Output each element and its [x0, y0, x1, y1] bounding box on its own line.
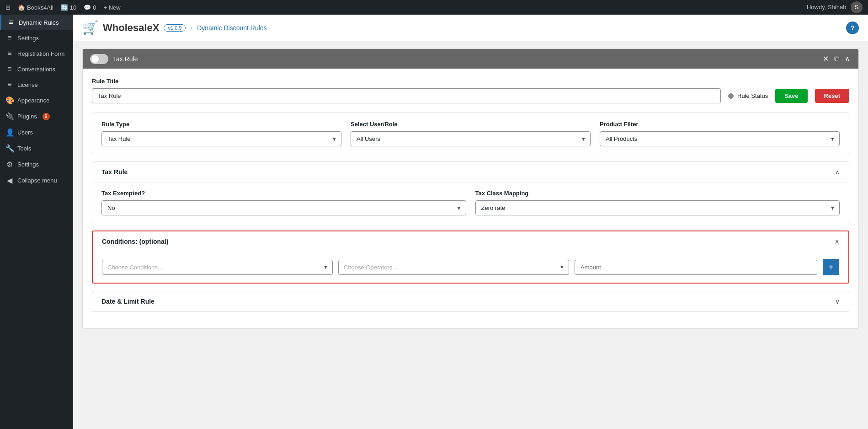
tax-class-label: Tax Class Mapping: [475, 190, 840, 197]
sidebar-item-tools[interactable]: 🔧 Tools: [0, 140, 73, 156]
admin-bar: ⊞ 🏠 Books4All 🔄 10 💬 0 + New Howdy, Shih…: [0, 0, 868, 15]
rule-card: Tax Rule ✕ ⧉ ∧ Rule Title: [82, 48, 859, 329]
sidebar-item-label: Dynamic Rules: [19, 19, 59, 26]
save-button[interactable]: Save: [775, 89, 807, 103]
rule-title-input[interactable]: [92, 88, 721, 103]
collapse-menu-button[interactable]: ◀ Collapse menu: [0, 172, 73, 188]
rule-status-row: Rule Status: [728, 92, 768, 99]
rule-type-select[interactable]: Tax Rule Discount Rule: [101, 131, 341, 146]
sidebar-item-label: Plugins: [17, 113, 37, 120]
sidebar-item-label: License: [17, 81, 38, 88]
rule-type-section-card: Rule Type Tax Rule Discount Rule ▼: [92, 113, 849, 154]
help-button[interactable]: ?: [846, 21, 859, 34]
collapse-icon-button[interactable]: ∧: [844, 54, 851, 64]
conditions-section-body: Order Total Product Quantity User Role ▼…: [93, 252, 848, 283]
choose-conditions-select[interactable]: Order Total Product Quantity User Role: [102, 260, 333, 275]
users-icon: 👤: [5, 128, 14, 137]
sidebar-item-appearance[interactable]: 🎨 Appearance: [0, 92, 73, 108]
user-role-select-wrapper: All Users Guest Subscriber ▼: [351, 131, 591, 146]
new-label: + New: [104, 4, 121, 11]
sidebar-item-dynamic-rules[interactable]: ≡ Dynamic Rules: [0, 15, 73, 30]
howdy-label: Howdy, Shihab: [807, 4, 846, 11]
rule-title-label: Rule Title: [92, 78, 849, 85]
choose-operators-wrapper: Greater Than Less Than Equal To ▼ Choose…: [338, 260, 569, 275]
howdy-text: Howdy, Shihab S: [807, 1, 863, 13]
tax-class-select[interactable]: Zero rate Standard rate Reduced rate: [475, 200, 840, 215]
tax-rule-chevron-icon: ∧: [835, 168, 840, 176]
collapse-label: Collapse menu: [17, 177, 57, 184]
plugin-header: 🛒 WholesaleX v1.0.9 › Dynamic Discount R…: [73, 15, 868, 41]
comments-link[interactable]: 💬 0: [84, 4, 96, 11]
rule-toggle[interactable]: [90, 54, 108, 64]
rule-card-header: Tax Rule ✕ ⧉ ∧: [83, 49, 858, 69]
sidebar-item-label: Appearance: [17, 97, 49, 104]
tax-rule-section-card: Tax Rule ∧ Tax Exempted? No: [92, 161, 849, 223]
sidebar-item-license[interactable]: ≡ License: [0, 77, 73, 92]
close-icon-button[interactable]: ✕: [822, 54, 830, 64]
rule-type-row: Rule Type Tax Rule Discount Rule ▼: [101, 121, 840, 146]
content-area: 🛒 WholesaleX v1.0.9 › Dynamic Discount R…: [73, 15, 868, 429]
add-condition-button[interactable]: +: [823, 259, 839, 275]
product-filter-select[interactable]: All Products Specific Products: [600, 131, 840, 146]
tax-class-field: Tax Class Mapping Zero rate Standard rat…: [475, 190, 840, 215]
sidebar-item-conversations[interactable]: ≡ Conversations: [0, 61, 73, 77]
product-filter-select-wrapper: All Products Specific Products ▼: [600, 131, 840, 146]
sidebar-item-label: Conversations: [17, 66, 55, 73]
version-badge: v1.0.9: [164, 24, 186, 32]
avatar[interactable]: S: [851, 1, 863, 13]
site-name-link[interactable]: 🏠 Books4All: [18, 4, 53, 11]
conversations-icon: ≡: [5, 65, 14, 73]
conditions-section-title: Conditions: (optional): [102, 238, 168, 245]
main-content: Tax Rule ✕ ⧉ ∧ Rule Title: [73, 41, 868, 429]
tools-icon: 🔧: [5, 144, 14, 153]
rule-title-section: Rule Title Rule Status Save Reset: [92, 78, 849, 103]
tax-exempted-select[interactable]: No Yes: [101, 200, 466, 215]
date-limit-chevron-icon: ∨: [835, 298, 840, 305]
sidebar-item-registration-form[interactable]: ≡ Registration Form: [0, 46, 73, 61]
choose-conditions-wrapper: Order Total Product Quantity User Role ▼…: [102, 260, 333, 275]
updates-icon: 🔄: [61, 4, 68, 11]
plugins-badge: 9: [43, 113, 50, 120]
sidebar-item-wp-settings[interactable]: ⚙ Settings: [0, 156, 73, 172]
rule-type-label: Rule Type: [101, 121, 341, 128]
new-content-link[interactable]: + New: [104, 4, 121, 11]
copy-icon-button[interactable]: ⧉: [833, 54, 840, 64]
wp-logo-icon: ⊞: [5, 4, 11, 11]
date-limit-section-title: Date & Limit Rule: [101, 298, 154, 305]
tax-exempted-select-wrapper: No Yes ▼: [101, 200, 466, 215]
rule-card-title: Tax Rule: [113, 55, 138, 63]
collapse-icon: ◀: [5, 176, 14, 185]
conditions-section-header[interactable]: Conditions: (optional) ∧: [93, 231, 848, 252]
sidebar-item-label: Settings: [17, 161, 39, 168]
conditions-section-card: Conditions: (optional) ∧ Order Total: [92, 231, 849, 284]
appearance-icon: 🎨: [5, 96, 14, 105]
date-limit-section-card: Date & Limit Rule ∨: [92, 291, 849, 312]
plugin-logo-icon: 🛒: [82, 20, 98, 35]
user-role-field: Select User/Role All Users Guest Subscri…: [351, 121, 591, 146]
rule-title-row: Rule Status Save Reset: [92, 88, 849, 103]
amount-input[interactable]: [575, 260, 817, 275]
user-role-select[interactable]: All Users Guest Subscriber: [351, 131, 591, 146]
date-limit-section-header[interactable]: Date & Limit Rule ∨: [92, 291, 849, 311]
product-filter-field: Product Filter All Products Specific Pro…: [600, 121, 840, 146]
rule-type-field: Rule Type Tax Rule Discount Rule ▼: [101, 121, 341, 146]
tax-rule-section-header[interactable]: Tax Rule ∧: [92, 162, 849, 182]
tax-rule-section-title: Tax Rule: [101, 168, 128, 176]
comments-icon: 💬: [84, 4, 91, 11]
site-name: Books4All: [27, 4, 53, 11]
breadcrumb-link[interactable]: Dynamic Discount Rules: [197, 24, 267, 32]
sidebar-item-users[interactable]: 👤 Users: [0, 124, 73, 140]
sidebar-item-plugins[interactable]: 🔌 Plugins 9: [0, 108, 73, 124]
license-icon: ≡: [5, 80, 14, 89]
updates-link[interactable]: 🔄 10: [61, 4, 76, 11]
wp-logo-link[interactable]: ⊞: [5, 4, 11, 11]
registration-form-icon: ≡: [5, 49, 14, 58]
rule-card-body: Rule Title Rule Status Save Reset: [83, 69, 858, 328]
sidebar-item-settings[interactable]: ≡ Settings: [0, 30, 73, 46]
sidebar-item-label: Registration Form: [17, 50, 64, 57]
sidebar-item-label: Tools: [17, 145, 31, 152]
reset-button[interactable]: Reset: [815, 89, 849, 103]
choose-operators-select[interactable]: Greater Than Less Than Equal To: [338, 260, 569, 275]
sidebar-item-label: Settings: [17, 35, 39, 42]
sidebar: ≡ Dynamic Rules ≡ Settings ≡ Registratio…: [0, 15, 73, 429]
